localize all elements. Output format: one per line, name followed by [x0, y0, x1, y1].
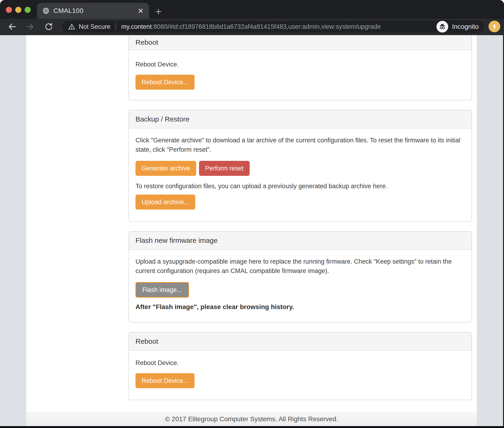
copyright-text: © 2017 Elitegroup Computer Systems. All … [165, 415, 338, 423]
window-right-edge [503, 35, 504, 426]
card-header: Flash new firmware image [129, 231, 471, 250]
card-header: Reboot [129, 35, 471, 50]
page-footer: © 2017 Elitegroup Computer Systems. All … [26, 412, 477, 426]
flash-image-button[interactable]: Flash image... [136, 282, 189, 298]
window-close-button[interactable] [6, 7, 12, 13]
up-arrow-icon [491, 23, 498, 30]
card-header: Reboot [129, 332, 471, 351]
card-body: Reboot Device. Reboot Device... [129, 351, 471, 400]
browser-tab[interactable]: CMAL100 ✕ [37, 3, 149, 19]
back-arrow-icon[interactable] [6, 21, 18, 33]
tab-close-icon[interactable]: ✕ [136, 6, 146, 16]
card-title: Reboot [136, 38, 158, 46]
card-body: Click "Generate archive" to download a t… [129, 129, 471, 221]
backup-description: Click "Generate archive" to download a t… [136, 136, 465, 154]
incognito-label: Incognito [452, 23, 479, 30]
card-backup-restore: Backup / Restore Click "Generate archive… [128, 110, 472, 222]
reboot-device-button[interactable]: Reboot Device... [136, 75, 195, 90]
reboot-description: Reboot Device. [136, 359, 465, 367]
incognito-icon [436, 21, 448, 33]
tab-title: CMAL100 [53, 7, 136, 15]
omnibox-divider [116, 23, 116, 30]
flash-warning-note: After "Flash image", please clear browsi… [136, 303, 465, 311]
browser-window: CMAL100 ✕ + Not Secu [0, 0, 504, 428]
browser-toolbar: Not Secure my.content:8080/#id:cf1897681… [0, 19, 504, 35]
card-reboot-top: Reboot Reboot Device. Reboot Device... [128, 35, 472, 100]
generate-archive-button[interactable]: Generate archive [136, 161, 196, 176]
new-tab-button[interactable]: + [152, 5, 165, 17]
card-body: Upload a sysupgrade-compatible image her… [129, 250, 471, 322]
reboot-device-button[interactable]: Reboot Device... [136, 373, 195, 388]
url-host: my.content [121, 23, 152, 30]
globe-icon [43, 8, 49, 14]
warning-triangle-icon [68, 23, 76, 30]
reboot-description: Reboot Device. [136, 61, 465, 68]
window-minimize-button[interactable] [15, 7, 21, 13]
flash-description: Upload a sysupgrade-compatible image her… [136, 257, 465, 276]
card-title: Flash new firmware image [136, 237, 218, 244]
tab-strip: CMAL100 ✕ + [0, 0, 504, 19]
window-bottom-edge [0, 426, 504, 428]
card-title: Backup / Restore [136, 115, 189, 123]
card-reboot-bottom: Reboot Reboot Device. Reboot Device... [128, 332, 472, 400]
card-body: Reboot Device. Reboot Device... [129, 50, 471, 100]
card-title: Reboot [136, 337, 158, 345]
url-text: my.content:8080/#id:cf18976818b6d1a6732a… [121, 23, 432, 30]
security-label: Not Secure [79, 23, 111, 30]
incognito-badge: Incognito [436, 20, 484, 33]
url-path: :8080/#id:cf18976818b6d1a6732af4a91415f4… [152, 23, 381, 30]
address-bar[interactable]: Not Secure my.content:8080/#id:cf1897681… [62, 21, 447, 33]
forward-arrow-icon[interactable] [24, 21, 36, 33]
webpage-viewport: Reboot Reboot Device. Reboot Device... B… [0, 35, 504, 428]
restore-description: To restore configuration files, you can … [136, 181, 465, 191]
card-flash-firmware: Flash new firmware image Upload a sysupg… [128, 231, 472, 323]
window-zoom-button[interactable] [25, 7, 31, 13]
reload-icon[interactable] [43, 21, 55, 33]
upload-archive-button[interactable]: Upload archive... [136, 195, 195, 210]
card-header: Backup / Restore [129, 110, 471, 129]
page-content: Reboot Reboot Device. Reboot Device... B… [128, 35, 472, 410]
perform-reset-button[interactable]: Perform reset [199, 161, 250, 176]
browser-update-badge[interactable] [488, 21, 500, 32]
